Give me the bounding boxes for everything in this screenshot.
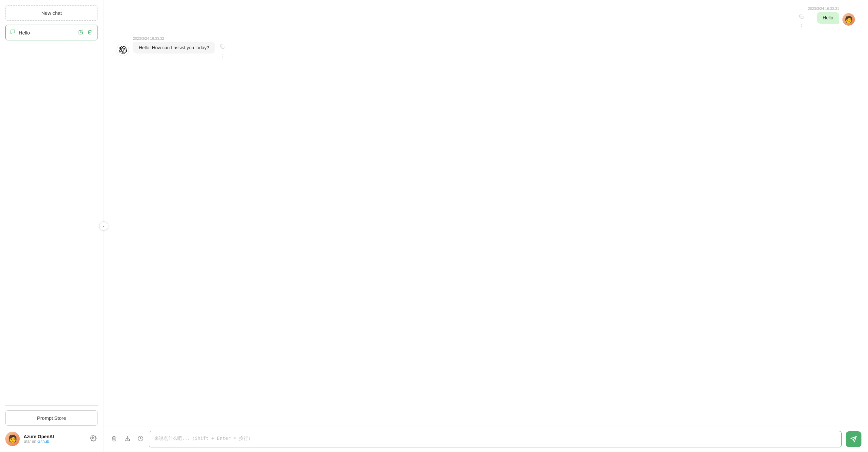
user-msg-options: ⋮ — [798, 14, 805, 30]
ai-msg-wrapper: 2023/3/24 16:33:32 Hello! How can I assi… — [133, 36, 215, 54]
chevron-left-icon: ‹ — [103, 224, 104, 229]
chat-item-actions — [78, 29, 93, 36]
new-chat-button[interactable]: New chat — [5, 5, 98, 21]
export-button[interactable] — [123, 434, 132, 445]
user-msg-wrapper: 2023/3/24 16:33:31 Hello — [808, 6, 839, 24]
avatar: 🧑 — [5, 432, 20, 446]
send-button[interactable] — [846, 431, 862, 447]
prompt-store-label: Prompt Store — [37, 415, 66, 421]
delete-conversation-button[interactable] — [110, 434, 119, 445]
user-name: Azure OpenAI — [24, 434, 85, 439]
sub-text: Star on — [24, 439, 36, 444]
input-area — [103, 426, 868, 452]
message-row-ai: 2023/3/24 16:33:32 Hello! How can I assi… — [117, 36, 855, 60]
settings-button[interactable] — [89, 433, 98, 445]
ai-msg-options: ⋮ — [219, 44, 225, 60]
user-section: 🧑 Azure OpenAI Star on Github — [5, 430, 98, 447]
svg-point-0 — [93, 437, 94, 439]
new-chat-label: New chat — [41, 10, 62, 16]
user-sub: Star on Github — [24, 439, 85, 444]
chat-list: Hello — [5, 25, 98, 405]
sidebar-bottom: Prompt Store 🧑 Azure OpenAI Star on Gith… — [5, 405, 98, 452]
chat-item-label: Hello — [19, 30, 78, 35]
sidebar: New chat Hello Prompt Store 🧑 Az — [0, 0, 103, 452]
prompt-store-button[interactable]: Prompt Store — [5, 410, 98, 426]
more-icon-ai: ⋮ — [220, 53, 225, 59]
copy-user-message-button[interactable] — [798, 14, 804, 21]
chat-messages: ⋮ 2023/3/24 16:33:31 Hello 🧑 2023/3/24 1… — [103, 0, 868, 426]
collapse-sidebar-button[interactable]: ‹ — [99, 221, 108, 231]
main-chat: ⋮ 2023/3/24 16:33:31 Hello 🧑 2023/3/24 1… — [103, 0, 868, 452]
more-user-message-button[interactable]: ⋮ — [798, 22, 805, 30]
svg-rect-1 — [801, 16, 803, 19]
ai-avatar — [117, 44, 129, 56]
edit-chat-button[interactable] — [78, 29, 84, 36]
user-msg-timestamp: 2023/3/24 16:33:31 — [808, 6, 839, 10]
user-bubble: Hello — [817, 12, 839, 24]
ai-bubble: Hello! How can I assist you today? — [133, 42, 215, 54]
message-row-user: ⋮ 2023/3/24 16:33:31 Hello 🧑 — [117, 6, 855, 30]
github-link[interactable]: Github — [37, 439, 49, 444]
user-avatar-small: 🧑 — [842, 13, 855, 26]
ai-msg-timestamp: 2023/3/24 16:33:32 — [133, 36, 215, 40]
svg-rect-2 — [222, 46, 224, 49]
delete-chat-button[interactable] — [87, 29, 93, 36]
input-actions — [110, 434, 145, 445]
more-icon: ⋮ — [799, 23, 804, 29]
copy-ai-message-button[interactable] — [219, 44, 225, 51]
chat-icon — [10, 29, 16, 36]
chat-input[interactable] — [149, 431, 842, 447]
more-ai-message-button[interactable]: ⋮ — [219, 52, 225, 60]
history-button[interactable] — [136, 434, 145, 445]
chat-item[interactable]: Hello — [5, 25, 98, 40]
user-info: Azure OpenAI Star on Github — [24, 434, 85, 444]
